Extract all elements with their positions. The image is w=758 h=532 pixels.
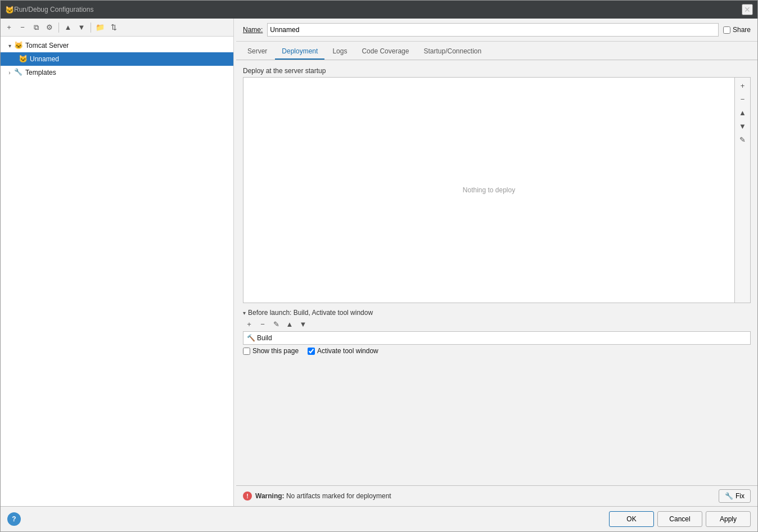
before-launch-toolbar: + − ✎ ▲ ▼ [243,317,751,331]
help-button[interactable]: ? [7,512,21,526]
remove-config-button[interactable]: − [16,21,29,34]
tab-logs[interactable]: Logs [326,44,354,60]
folder-button[interactable]: 📁 [94,21,106,34]
warning-text: Warning: No artifacts marked for deploym… [255,492,391,500]
warning-message: No artifacts marked for deployment [286,492,391,500]
tab-deployment[interactable]: Deployment [275,44,324,60]
before-launch-header[interactable]: ▾ Before launch: Build, Activate tool wi… [243,309,751,317]
bl-move-up-button[interactable]: ▲ [283,318,296,330]
tomcat-server-label: Tomcat Server [25,42,69,49]
warning-area: ! Warning: No artifacts marked for deplo… [243,492,719,501]
bl-edit-button[interactable]: ✎ [270,318,282,330]
dialog-body: + − ⧉ ⚙ ▲ ▼ 📁 ⇅ ▾ 🐱 Tomcat Server [1,19,757,506]
deploy-section: Deploy at the server startup Nothing to … [243,67,751,303]
warning-icon: ! [243,492,252,501]
right-panel: Name: Share Server Deployment Logs [236,19,757,506]
bl-remove-button[interactable]: − [256,318,269,330]
fix-label: Fix [736,492,745,500]
left-toolbar: + − ⧉ ⚙ ▲ ▼ 📁 ⇅ [1,19,233,37]
templates-label: Templates [25,69,56,76]
unnamed-label: Unnamed [30,55,59,63]
deployment-tab-content: Deploy at the server startup Nothing to … [236,60,757,485]
dialog-title: Run/Debug Configurations [14,6,742,13]
before-launch-arrow: ▾ [243,310,246,316]
deploy-list: Nothing to deploy [243,78,734,303]
deploy-edit-button[interactable]: ✎ [737,134,748,145]
show-this-page-checkbox[interactable] [243,348,250,355]
sort-button[interactable]: ⇅ [107,21,120,34]
name-row: Name: Share [236,19,757,42]
dialog-buttons-bar: ? OK Cancel Apply [1,506,757,531]
cancel-button[interactable]: Cancel [657,511,702,527]
before-launch-header-label: Before launch: Build, Activate tool wind… [248,309,373,317]
deploy-add-button[interactable]: + [737,80,748,91]
tomcat-expand-arrow: ▾ [5,41,14,50]
build-row: 🔨 Build [243,331,751,345]
dialog-icon: 🐱 [5,6,14,14]
tree-item-unnamed[interactable]: 🐱 Unnamed [1,52,233,66]
toolbar-separator-1 [58,22,59,33]
bl-add-button[interactable]: + [243,318,255,330]
activate-tool-window-label[interactable]: Activate tool window [308,347,378,355]
fix-icon: 🔧 [725,492,733,500]
templates-expand-arrow: › [5,68,14,77]
apply-button[interactable]: Apply [706,511,751,527]
toolbar-separator-2 [91,22,91,33]
share-label: Share [733,26,751,34]
config-tree: ▾ 🐱 Tomcat Server 🐱 Unnamed › 🔧 Template… [1,37,233,506]
tab-code-coverage[interactable]: Code Coverage [355,44,416,60]
show-this-page-text: Show this page [252,347,299,355]
ok-button[interactable]: OK [609,511,654,527]
before-launch-section: ▾ Before launch: Build, Activate tool wi… [243,309,751,357]
tree-item-tomcat-server[interactable]: ▾ 🐱 Tomcat Server [1,39,233,52]
deploy-remove-button[interactable]: − [737,93,748,105]
tomcat-server-icon: 🐱 [14,41,23,50]
tab-startup-connection[interactable]: Startup/Connection [417,44,488,60]
settings-config-button[interactable]: ⚙ [43,21,56,34]
name-input[interactable] [267,23,719,37]
deploy-empty-label: Nothing to deploy [463,186,515,194]
copy-config-button[interactable]: ⧉ [30,21,42,34]
unnamed-icon: 🐱 [19,55,28,64]
deploy-move-down-button[interactable]: ▼ [737,120,748,132]
tree-item-templates[interactable]: › 🔧 Templates [1,66,233,79]
add-config-button[interactable]: + [3,21,15,34]
warning-bar: ! Warning: No artifacts marked for deplo… [236,485,757,506]
activate-tool-window-text: Activate tool window [317,347,378,355]
close-button[interactable]: ✕ [742,4,753,15]
move-down-button[interactable]: ▼ [75,21,88,34]
deploy-sidebar: + − ▲ ▼ ✎ [734,78,750,303]
warning-bold: Warning: [255,492,285,500]
bl-move-down-button[interactable]: ▼ [297,318,309,330]
fix-button[interactable]: 🔧 Fix [719,489,751,503]
build-icon: 🔨 [247,334,255,342]
move-up-button[interactable]: ▲ [62,21,74,34]
activate-tool-window-checkbox[interactable] [308,348,315,355]
left-panel: + − ⧉ ⚙ ▲ ▼ 📁 ⇅ ▾ 🐱 Tomcat Server [1,19,234,506]
name-label: Name: [243,26,263,34]
show-this-page-label[interactable]: Show this page [243,347,299,355]
deploy-move-up-button[interactable]: ▲ [737,107,748,118]
build-label: Build [257,334,272,342]
deploy-area: Nothing to deploy + − ▲ ▼ ✎ [243,77,751,303]
title-bar: 🐱 Run/Debug Configurations ✕ [1,1,757,19]
share-checkbox-area: Share [723,26,751,34]
deploy-section-label: Deploy at the server startup [243,67,751,75]
checkboxes-row: Show this page Activate tool window [243,345,751,357]
tabs-bar: Server Deployment Logs Code Coverage Sta… [236,42,757,60]
tab-server[interactable]: Server [241,44,274,60]
share-checkbox[interactable] [723,26,730,34]
run-debug-configurations-dialog: 🐱 Run/Debug Configurations ✕ + − ⧉ ⚙ ▲ ▼… [0,0,758,532]
templates-icon: 🔧 [14,68,23,77]
